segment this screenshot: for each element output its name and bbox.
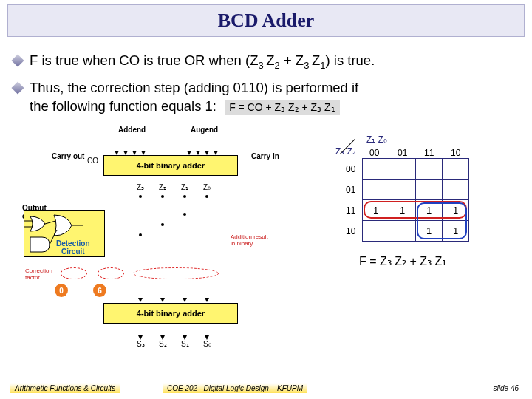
- circle-six: 6: [93, 284, 106, 297]
- bullet-2-text: Thus, the correction step (adding 0110) …: [30, 79, 358, 116]
- kmap-equation: F = Z₃ Z₂ + Z₃ Z₁: [359, 254, 446, 268]
- kmap-rows-var: Z₃ Z₂: [335, 146, 356, 157]
- kmap-col-10: 10: [451, 148, 460, 158]
- label-carry-out: Carry out: [52, 152, 84, 160]
- label-correction-factor: Correctionfactor: [25, 267, 59, 281]
- bullet-diamond-icon: [12, 55, 24, 67]
- kmap-col-00: 00: [369, 148, 379, 158]
- kmap-row-10: 10: [346, 226, 355, 236]
- label-addend: Addend: [118, 126, 146, 134]
- label-s3: S₃: [137, 340, 145, 348]
- slide-title: BCD Adder: [218, 10, 315, 32]
- kmap-row-01: 01: [346, 185, 355, 195]
- kmap-col-01: 01: [398, 148, 407, 158]
- label-z3: Z₃: [137, 183, 144, 191]
- block-bottom-adder: 4-bit binary adder: [103, 303, 238, 324]
- label-detection: DetectionCircuit: [56, 239, 90, 256]
- label-s0: S₀: [203, 340, 211, 348]
- svg-line-2: [45, 221, 55, 224]
- kmap-row-11: 11: [346, 205, 355, 216]
- label-addition-result: Addition resultin binary: [231, 233, 282, 247]
- block-top-adder: 4-bit binary adder: [103, 155, 238, 176]
- bcd-adder-circuit-diagram: Addend Augend Carry out CO 4-bit binary …: [30, 130, 310, 352]
- kmap-group-blue: [417, 202, 467, 239]
- kmap-row-00: 00: [346, 164, 355, 174]
- title-bar: BCD Adder: [7, 4, 525, 37]
- bullet-1: F is true when CO is true OR when (Z3 Z2…: [13, 52, 519, 72]
- kmap-cols-var: Z₁ Z₀: [366, 134, 387, 145]
- footer-left: Arithmetic Functions & Circuits: [10, 383, 120, 393]
- label-s2: S₂: [159, 340, 167, 348]
- circle-zero: 0: [55, 284, 68, 297]
- label-augend: Augend: [191, 126, 218, 134]
- footer-mid: COE 202– Digital Logic Design – KFUPM: [163, 383, 307, 393]
- label-s1: S₁: [181, 340, 189, 348]
- formula-image: F = CO + Z₃ Z₂ + Z₃ Z₁: [225, 100, 339, 115]
- footer-slide-number: slide 46: [489, 383, 523, 393]
- bullet-diamond-icon: [12, 82, 24, 95]
- kmap-col-11: 11: [424, 148, 434, 158]
- slide-content: F is true when CO is true OR when (Z3 Z2…: [0, 37, 532, 116]
- kmap-diagram: Z₁ Z₀ Z₃ Z₂ 00 01 11 10 00 01 11 10 1 1 …: [331, 137, 516, 307]
- label-z1: Z₁: [181, 183, 188, 191]
- label-carry-in: Carry in: [251, 152, 279, 160]
- label-z2: Z₂: [159, 183, 166, 191]
- label-z0: Z₀: [203, 183, 211, 191]
- label-co: CO: [87, 157, 98, 165]
- bullet-2: Thus, the correction step (adding 0110) …: [13, 79, 519, 116]
- bullet-1-text: F is true when CO is true OR when (Z3 Z2…: [30, 52, 375, 72]
